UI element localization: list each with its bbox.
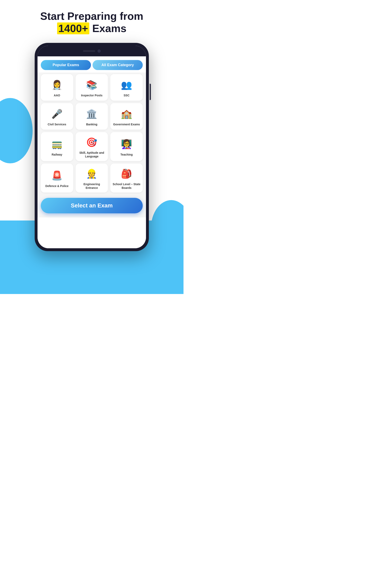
govt-label: Government Exams	[113, 122, 140, 126]
phone-side-button	[150, 84, 151, 100]
school-icon: 🎒	[120, 167, 133, 180]
phone-bottom	[38, 240, 146, 248]
inspector-label: Inspector Posts	[81, 94, 102, 97]
civil-icon: 🎤	[50, 107, 63, 121]
highlight-text: 1400+	[57, 22, 89, 34]
phone-notch-bar	[38, 46, 146, 56]
category-item-ssc[interactable]: 👥SSC	[110, 74, 143, 101]
ssc-label: SSC	[124, 94, 129, 97]
category-item-teaching[interactable]: 👩‍🏫Teaching	[110, 132, 143, 161]
header-suffix: Exams	[92, 22, 126, 34]
select-btn-wrapper: Select an Exam	[38, 195, 146, 217]
engineering-icon: 👷	[85, 167, 98, 180]
header-line1: Start Preparing from	[0, 10, 184, 22]
defence-label: Defence & Police	[45, 184, 69, 188]
ssc-icon: 👥	[120, 78, 133, 91]
aao-label: AAO	[54, 94, 60, 97]
category-item-engineering[interactable]: 👷Engineering Entrance	[76, 164, 108, 192]
tab-all-category[interactable]: All Exam Category	[92, 60, 143, 70]
defence-icon: 🚨	[50, 169, 63, 182]
school-label: School Level – State Boards	[112, 182, 141, 190]
engineering-label: Engineering Entrance	[77, 182, 106, 190]
header-line2: 1400+ Exams	[0, 22, 184, 35]
category-item-banking[interactable]: 🏛️Banking	[76, 103, 108, 130]
phone-screen-area: Popular Exams All Exam Category 👩‍⚕️AAO📚…	[38, 46, 146, 248]
teaching-icon: 👩‍🏫	[120, 138, 133, 151]
notch-pill	[73, 47, 110, 56]
select-exam-label: Select an Exam	[71, 202, 113, 209]
category-item-railway[interactable]: 🚃Railway	[41, 132, 73, 161]
teaching-label: Teaching	[120, 153, 133, 156]
notch-camera	[98, 50, 100, 52]
notch-speaker	[83, 50, 95, 52]
category-item-aao[interactable]: 👩‍⚕️AAO	[41, 74, 73, 101]
category-grid: 👩‍⚕️AAO📚Inspector Posts👥SSC🎤Civil Servic…	[38, 72, 146, 195]
skill-icon: 🎯	[85, 136, 98, 149]
railway-label: Railway	[52, 153, 62, 156]
category-item-inspector[interactable]: 📚Inspector Posts	[76, 74, 108, 101]
tab-popular[interactable]: Popular Exams	[41, 60, 91, 70]
header-section: Start Preparing from 1400+ Exams	[0, 0, 184, 39]
category-item-govt[interactable]: 🏫Government Exams	[110, 103, 143, 130]
tab-all-label: All Exam Category	[101, 63, 134, 67]
tab-popular-label: Popular Exams	[53, 63, 79, 67]
govt-icon: 🏫	[120, 107, 133, 121]
skill-label: Skill, Aptitude and Language	[77, 151, 106, 158]
aao-icon: 👩‍⚕️	[50, 78, 63, 91]
select-exam-button[interactable]: Select an Exam	[41, 198, 143, 213]
bg-left-shape	[0, 98, 33, 163]
category-item-civil[interactable]: 🎤Civil Services	[41, 103, 73, 130]
category-item-school[interactable]: 🎒School Level – State Boards	[110, 164, 143, 192]
phone-frame: Popular Exams All Exam Category 👩‍⚕️AAO📚…	[35, 43, 149, 251]
banking-icon: 🏛️	[85, 107, 98, 121]
phone-screen: Popular Exams All Exam Category 👩‍⚕️AAO📚…	[38, 56, 146, 240]
inspector-icon: 📚	[85, 78, 98, 91]
category-item-skill[interactable]: 🎯Skill, Aptitude and Language	[76, 132, 108, 161]
tabs-row: Popular Exams All Exam Category	[38, 56, 146, 72]
category-item-defence[interactable]: 🚨Defence & Police	[41, 164, 73, 192]
banking-label: Banking	[86, 122, 97, 126]
railway-icon: 🚃	[50, 138, 63, 151]
civil-label: Civil Services	[48, 122, 66, 126]
